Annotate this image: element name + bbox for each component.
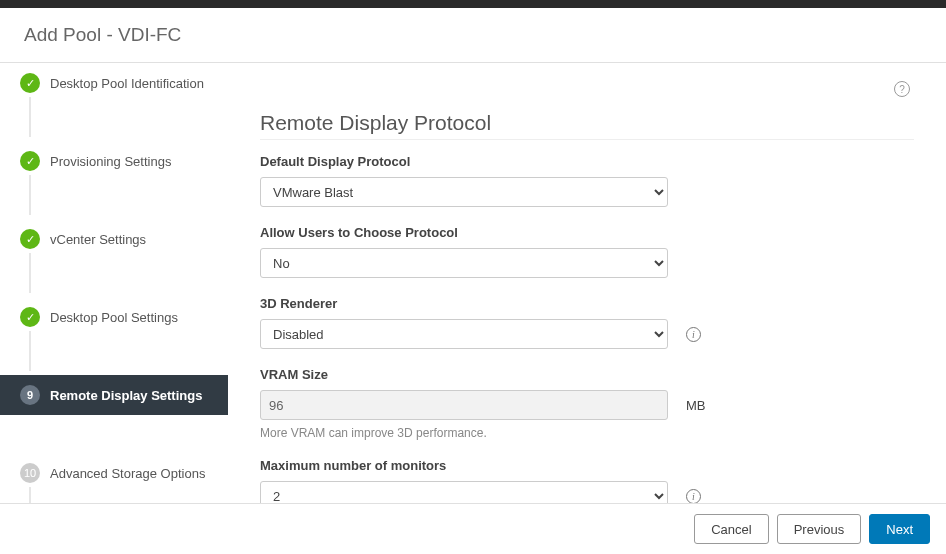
vram-unit: MB bbox=[686, 398, 706, 413]
step-advanced-storage-options[interactable]: 10 Advanced Storage Options bbox=[0, 453, 228, 493]
step-desktop-pool-settings[interactable]: ✓ Desktop Pool Settings bbox=[0, 297, 228, 337]
wizard-sidebar[interactable]: ✓ Desktop Pool Identification ✓ Provisio… bbox=[0, 63, 228, 503]
previous-button[interactable]: Previous bbox=[777, 514, 862, 544]
field-label: Allow Users to Choose Protocol bbox=[260, 225, 914, 240]
field-default-protocol: Default Display Protocol VMware Blast bbox=[260, 154, 914, 207]
allow-choose-select[interactable]: No bbox=[260, 248, 668, 278]
check-icon: ✓ bbox=[20, 307, 40, 327]
step-connector bbox=[29, 175, 31, 215]
step-connector bbox=[29, 487, 31, 503]
form-content[interactable]: ? Remote Display Protocol Default Displa… bbox=[228, 63, 946, 503]
field-allow-choose: Allow Users to Choose Protocol No bbox=[260, 225, 914, 278]
step-label: Advanced Storage Options bbox=[50, 466, 205, 481]
step-remote-display-settings[interactable]: 9 Remote Display Settings bbox=[0, 375, 228, 415]
modal-footer: Cancel Previous Next bbox=[0, 503, 946, 554]
max-monitors-select[interactable]: 2 bbox=[260, 481, 668, 503]
field-label: VRAM Size bbox=[260, 367, 914, 382]
renderer-3d-select[interactable]: Disabled bbox=[260, 319, 668, 349]
section-title: Remote Display Protocol bbox=[260, 111, 914, 140]
step-label: Remote Display Settings bbox=[50, 388, 202, 403]
info-icon[interactable]: i bbox=[686, 327, 701, 342]
field-label: 3D Renderer bbox=[260, 296, 914, 311]
info-icon[interactable]: i bbox=[686, 489, 701, 504]
modal-title: Add Pool - VDI-FC bbox=[24, 24, 922, 46]
modal-body: ✓ Desktop Pool Identification ✓ Provisio… bbox=[0, 63, 946, 503]
step-label: Desktop Pool Identification bbox=[50, 76, 204, 91]
step-label: Desktop Pool Settings bbox=[50, 310, 178, 325]
next-button[interactable]: Next bbox=[869, 514, 930, 544]
default-protocol-select[interactable]: VMware Blast bbox=[260, 177, 668, 207]
vram-hint: More VRAM can improve 3D performance. bbox=[260, 426, 914, 440]
field-label: Default Display Protocol bbox=[260, 154, 914, 169]
step-connector bbox=[29, 253, 31, 293]
field-label: Maximum number of monitors bbox=[260, 458, 914, 473]
step-number-icon: 10 bbox=[20, 463, 40, 483]
step-desktop-pool-identification[interactable]: ✓ Desktop Pool Identification bbox=[0, 63, 228, 103]
step-label: Provisioning Settings bbox=[50, 154, 171, 169]
step-provisioning-settings[interactable]: ✓ Provisioning Settings bbox=[0, 141, 228, 181]
check-icon: ✓ bbox=[20, 73, 40, 93]
field-max-monitors: Maximum number of monitors 2 i Might req… bbox=[260, 458, 914, 503]
step-number-icon: 9 bbox=[20, 385, 40, 405]
vram-size-input bbox=[260, 390, 668, 420]
step-connector bbox=[29, 97, 31, 137]
add-pool-modal: Add Pool - VDI-FC ✓ Desktop Pool Identif… bbox=[0, 0, 946, 554]
step-vcenter-settings[interactable]: ✓ vCenter Settings bbox=[0, 219, 228, 259]
field-3d-renderer: 3D Renderer Disabled i bbox=[260, 296, 914, 349]
cancel-button[interactable]: Cancel bbox=[694, 514, 768, 544]
step-label: vCenter Settings bbox=[50, 232, 146, 247]
check-icon: ✓ bbox=[20, 229, 40, 249]
modal-header: Add Pool - VDI-FC bbox=[0, 8, 946, 63]
step-connector bbox=[29, 331, 31, 371]
field-vram-size: VRAM Size MB More VRAM can improve 3D pe… bbox=[260, 367, 914, 440]
check-icon: ✓ bbox=[20, 151, 40, 171]
help-icon[interactable]: ? bbox=[894, 81, 910, 97]
